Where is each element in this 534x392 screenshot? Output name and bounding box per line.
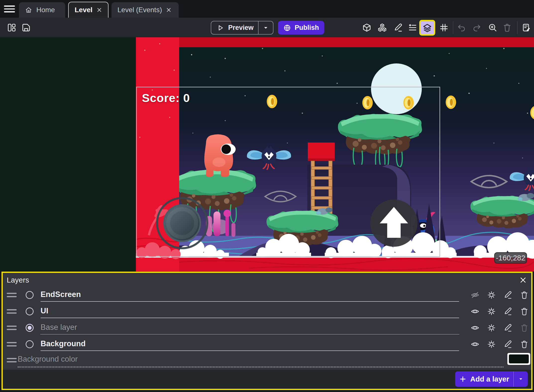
properties-list-icon <box>408 23 417 32</box>
layer-select-radio[interactable] <box>26 307 34 315</box>
undo-icon <box>457 23 466 32</box>
layers-panel-title: Layers <box>7 276 29 284</box>
home-icon <box>25 6 32 14</box>
panel-footer: Add a layer <box>3 370 531 389</box>
tab-label: Home <box>36 6 55 14</box>
add-layer-button[interactable]: Add a layer <box>455 371 528 387</box>
edit-layer-icon[interactable] <box>503 290 513 300</box>
delete-layer-icon[interactable] <box>519 290 529 300</box>
play-icon <box>217 24 224 32</box>
instances-panel-button[interactable] <box>377 22 387 33</box>
layer-name-input[interactable]: Base layer <box>41 323 459 335</box>
tab-home[interactable]: Home <box>19 2 65 18</box>
bottom-boundary-bar <box>136 258 534 271</box>
layer-name-input[interactable]: EndScreen <box>41 290 459 302</box>
lighting-icon[interactable] <box>486 339 496 349</box>
layer-row-ui: UI <box>3 303 531 320</box>
editor-empty-background <box>0 37 136 271</box>
layer-name-input[interactable]: UI <box>41 306 459 318</box>
top-boundary-bar <box>136 37 534 47</box>
lighting-icon[interactable] <box>486 323 496 333</box>
scene-editor-canvas[interactable]: Score: 0 -160;282 <box>0 37 534 271</box>
visibility-off-icon[interactable] <box>470 290 480 300</box>
drag-handle-icon <box>7 358 17 364</box>
tab-level[interactable]: Level <box>68 2 108 18</box>
layers-icon <box>422 23 432 33</box>
properties-panel-button[interactable] <box>407 22 418 33</box>
publish-label: Publish <box>295 24 319 32</box>
pencil-icon <box>393 23 403 32</box>
jump-button-control[interactable] <box>370 199 418 247</box>
level-editor-window: Home Level Level (Events) Preview <box>0 0 534 392</box>
add-layer-dropdown-button[interactable] <box>514 377 528 382</box>
grid-icon <box>439 23 449 32</box>
save-button[interactable] <box>21 22 31 33</box>
drag-handle-icon[interactable] <box>7 293 17 299</box>
preview-button[interactable]: Preview <box>211 21 273 35</box>
layer-row-base: Base layer <box>3 320 531 336</box>
open-panels-button[interactable] <box>6 22 17 33</box>
drag-handle-icon[interactable] <box>7 342 17 348</box>
zoom-in-icon <box>488 23 497 32</box>
close-tab-icon[interactable] <box>97 7 102 13</box>
visibility-icon[interactable] <box>470 323 480 333</box>
layers-panel-button[interactable] <box>419 20 435 36</box>
edit-layer-icon[interactable] <box>503 339 513 349</box>
globe-icon <box>283 24 291 32</box>
save-icon <box>21 23 31 32</box>
joystick-control[interactable] <box>157 198 207 248</box>
tab-bar: Home Level Level (Events) <box>0 0 534 18</box>
undo-button[interactable] <box>456 22 467 33</box>
delete-button[interactable] <box>502 22 512 33</box>
layers-panel: Layers EndScreen UI <box>1 272 533 390</box>
layer-row-endscreen: EndScreen <box>3 287 531 303</box>
layer-select-radio[interactable] <box>26 291 34 299</box>
publish-button[interactable]: Publish <box>278 21 324 35</box>
lighting-icon[interactable] <box>486 290 496 300</box>
preview-label: Preview <box>228 24 254 32</box>
score-text: Score: 0 <box>142 91 190 105</box>
delete-layer-icon[interactable] <box>519 339 529 349</box>
events-sheet-icon <box>522 23 531 32</box>
layer-name-input[interactable]: Background <box>41 339 459 351</box>
moon[interactable] <box>371 63 422 114</box>
preview-dropdown-button[interactable] <box>259 25 273 31</box>
edit-mode-button[interactable] <box>393 22 403 33</box>
layer-select-radio-selected[interactable] <box>26 324 34 332</box>
chevron-down-icon <box>263 25 268 31</box>
plus-icon <box>459 376 466 383</box>
grid-toggle-button[interactable] <box>439 22 449 33</box>
drag-handle-icon[interactable] <box>7 326 17 332</box>
drag-handle-icon[interactable] <box>7 309 17 316</box>
visibility-icon[interactable] <box>470 306 480 316</box>
tab-label: Level (Events) <box>117 6 162 14</box>
edit-events-button[interactable] <box>521 22 532 33</box>
layer-select-radio[interactable] <box>26 340 34 348</box>
cube-icon <box>362 23 372 32</box>
zoom-in-button[interactable] <box>487 22 498 33</box>
tab-level-events[interactable]: Level (Events) <box>111 2 179 18</box>
main-toolbar: Preview Publish <box>0 18 534 37</box>
menu-hamburger-icon[interactable] <box>4 5 15 13</box>
delete-layer-icon-disabled <box>519 323 529 333</box>
close-panel-button[interactable] <box>519 276 527 284</box>
edit-layer-icon[interactable] <box>503 323 513 333</box>
objects-panel-button[interactable] <box>362 22 372 33</box>
dashboard-icon <box>7 23 16 32</box>
edit-layer-icon[interactable] <box>503 306 513 316</box>
cubes-icon <box>377 23 387 32</box>
chevron-down-icon <box>518 377 523 382</box>
tab-label: Level <box>75 6 93 14</box>
add-layer-label: Add a layer <box>470 375 509 383</box>
trash-icon <box>502 23 512 32</box>
lighting-icon[interactable] <box>486 306 496 316</box>
cursor-coordinates: -160;282 <box>494 252 527 264</box>
window-bottom-edge <box>0 390 534 392</box>
background-color-label: Background color <box>18 355 503 367</box>
visibility-icon[interactable] <box>470 339 480 349</box>
delete-layer-icon[interactable] <box>519 306 529 316</box>
background-color-swatch[interactable] <box>507 353 530 365</box>
background-color-row: Background color <box>3 351 531 369</box>
close-tab-icon[interactable] <box>166 7 171 13</box>
redo-button[interactable] <box>472 22 482 33</box>
